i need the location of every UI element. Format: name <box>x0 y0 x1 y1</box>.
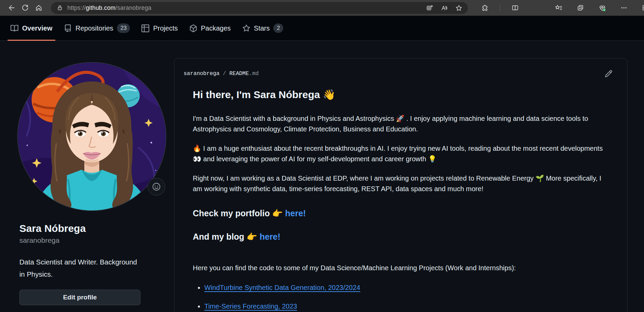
book-icon <box>11 24 18 32</box>
profile-page: Sara Nóbrega saranobrega Data Scientist … <box>0 41 644 312</box>
readme-breadcrumb: saranobrega / README.md <box>184 71 259 77</box>
browser-essentials-button[interactable] <box>595 1 609 15</box>
readme-heading: Hi there, I'm Sara Nóbrega 👋 <box>193 89 609 100</box>
breadcrumb-user[interactable]: saranobrega <box>184 71 220 77</box>
extensions-button[interactable] <box>478 1 492 15</box>
tab-repositories[interactable]: Repositories 23 <box>58 16 136 40</box>
sidebar-toggle-icon <box>642 4 644 12</box>
portfolio-heading: Check my portfolio 👉 here! <box>193 208 609 218</box>
url-scheme: https:// <box>67 4 86 11</box>
tab-label: Repositories <box>75 24 113 32</box>
lock-icon[interactable] <box>56 4 63 11</box>
read-aloud-icon[interactable] <box>441 4 448 12</box>
profile-username: saranobrega <box>19 236 140 244</box>
repositories-count-badge: 23 <box>117 23 130 33</box>
refresh-icon <box>21 4 29 12</box>
back-arrow-icon <box>8 4 15 12</box>
profile-bio: Data Scientist and Writer. Background in… <box>19 256 140 280</box>
repo-icon <box>64 24 72 32</box>
breadcrumb-separator: / <box>220 71 230 77</box>
smiley-icon <box>152 182 161 191</box>
tab-label: Stars <box>254 24 270 32</box>
set-status-button[interactable] <box>148 178 165 196</box>
settings-menu-button[interactable] <box>617 1 631 15</box>
edit-readme-button[interactable] <box>605 70 613 78</box>
blog-heading-text: And my blog 👉 <box>193 232 259 241</box>
blog-heading: And my blog 👉 here! <box>193 232 609 242</box>
tab-packages[interactable]: Packages <box>184 16 237 40</box>
favorites-button[interactable] <box>552 1 565 15</box>
readme-header: saranobrega / README.md <box>174 59 627 78</box>
project-links-list: WindTurbine Synthetic Data Generation, 2… <box>193 282 609 312</box>
home-icon <box>35 4 43 12</box>
readme-paragraph-2: 🔥 I am a huge enthusiast about the recen… <box>193 143 609 164</box>
project-link-timeseries[interactable]: Time-Series Forecasting, 2023 <box>204 302 297 310</box>
browser-toolbar: https://github.com/saranobrega <box>0 0 644 16</box>
back-button[interactable] <box>5 1 18 15</box>
split-screen-button[interactable] <box>508 1 522 15</box>
edit-profile-button[interactable]: Edit profile <box>19 290 140 305</box>
toolbar-divider <box>500 4 500 11</box>
readme-paragraph-1: I'm a Data Scientist with a background i… <box>193 113 609 134</box>
sidebar-toggle-button[interactable] <box>639 1 644 15</box>
stars-count-badge: 2 <box>273 23 283 33</box>
ellipsis-icon <box>620 4 628 12</box>
toolbar-right-icons <box>478 1 644 15</box>
portfolio-heading-text: Check my portfolio 👉 <box>193 208 285 218</box>
blog-link[interactable]: here! <box>259 232 280 241</box>
readme-paragraph-3: Right now, I am working as a Data Scient… <box>193 173 609 194</box>
breadcrumb-ext: .md <box>249 71 259 77</box>
heart-pulse-icon <box>598 4 606 12</box>
url-text: https://github.com/saranobrega <box>67 4 151 12</box>
address-bar[interactable]: https://github.com/saranobrega <box>51 2 468 14</box>
profile-sidebar: Sara Nóbrega saranobrega Data Scientist … <box>17 62 167 305</box>
tab-stars[interactable]: Stars 2 <box>237 16 289 40</box>
profile-readme-card: saranobrega / README.md Hi there, I'm Sa… <box>174 58 627 312</box>
profile-name: Sara Nóbrega <box>19 222 140 235</box>
readme-content: Hi there, I'm Sara Nóbrega 👋 I'm a Data … <box>174 89 627 312</box>
split-screen-icon <box>511 4 519 12</box>
list-item: Time-Series Forecasting, 2023 <box>204 301 609 312</box>
package-icon <box>189 24 197 32</box>
profile-avatar[interactable] <box>17 62 167 211</box>
breadcrumb-file[interactable]: README <box>229 71 249 77</box>
table-icon <box>141 24 149 32</box>
browser-window: https://github.com/saranobrega <box>0 0 644 312</box>
project-link-windturbine[interactable]: WindTurbine Synthetic Data Generation, 2… <box>204 284 360 291</box>
home-button[interactable] <box>32 1 46 15</box>
list-item: WindTurbine Synthetic Data Generation, 2… <box>204 282 609 293</box>
tab-overview[interactable]: Overview <box>5 16 58 40</box>
tab-projects[interactable]: Projects <box>136 16 183 40</box>
refresh-button[interactable] <box>18 1 32 15</box>
workspaces-icon[interactable] <box>426 4 433 12</box>
collections-button[interactable] <box>574 1 587 15</box>
url-domain: github.com <box>86 4 116 11</box>
collections-add-icon <box>577 4 584 12</box>
profile-nav: Overview Repositories 23 Projects Packag… <box>0 16 644 41</box>
tab-label: Packages <box>201 24 231 32</box>
profile-identity: Sara Nóbrega saranobrega Data Scientist … <box>19 222 140 280</box>
extensions-puzzle-icon <box>481 4 489 12</box>
avatar-image <box>17 62 167 211</box>
star-icon <box>242 24 250 32</box>
favorites-list-icon <box>555 4 562 12</box>
favorite-star-icon[interactable] <box>455 4 462 12</box>
url-path: /saranobrega <box>116 4 152 11</box>
tab-label: Projects <box>153 24 177 32</box>
projects-intro: Here you can find the code to some of my… <box>193 263 609 273</box>
portfolio-link[interactable]: here! <box>285 208 306 218</box>
tab-label: Overview <box>22 24 52 32</box>
pencil-icon <box>605 70 613 78</box>
